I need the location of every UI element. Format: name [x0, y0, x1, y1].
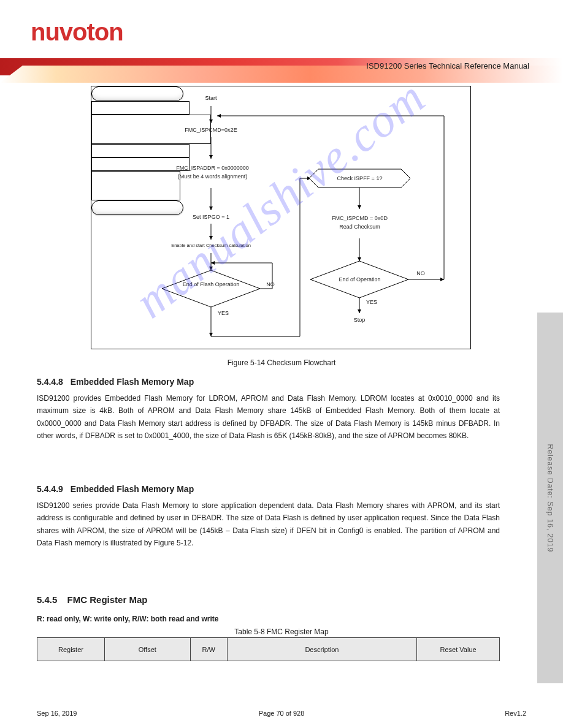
flow-d1-label: End of Flash Operation [171, 281, 251, 287]
section-5-4-4-9-heading: 5.4.4.9 Embedded Flash Memory Map [37, 484, 194, 494]
d1-no: NO [261, 281, 280, 287]
side-tab: Release Date: Sep 16, 2019 [537, 313, 563, 683]
d1-yes: YES [214, 310, 232, 316]
s1-num: 5.4.4.8 [37, 377, 63, 387]
d2-yes: YES [362, 299, 381, 305]
table-caption: Table 5-8 FMC Register Map [0, 628, 563, 636]
fmc-register-table: Register Offset R/W Description Reset Va… [37, 637, 500, 661]
th-rw: R/W [190, 638, 227, 661]
footer-revision: Rev1.2 [505, 710, 526, 717]
section-5-4-5-lead: R: read only, W: write only, R/W: both r… [37, 613, 500, 625]
footer-page-number: Page 70 of 928 [259, 710, 305, 717]
d2-no: NO [412, 270, 430, 276]
section-5-4-5-heading: 5.4.5 FMC Register Map [37, 594, 147, 605]
flow-b2-l1: FMC_ISPCMD = 0x0D [315, 215, 404, 221]
s1-title: Embedded Flash Memory Map [71, 377, 194, 387]
flow-b1-label: Check ISPFF = 1? [312, 175, 407, 181]
flow-d2-label: End of Operation [324, 276, 395, 282]
doc-reference: ISD91200 Series Technical Reference Manu… [366, 61, 529, 70]
flow-connectors [91, 86, 472, 350]
logo-text: nuvoTon [31, 18, 123, 45]
s2-num: 5.4.4.9 [37, 484, 63, 494]
flow-end-label: Stop [313, 317, 405, 323]
figure-caption: Figure 5-14 Checksum Flowchart [0, 358, 563, 367]
side-tab-label: Release Date: Sep 16, 2019 [546, 444, 554, 552]
th-register: Register [37, 638, 105, 661]
th-description: Description [227, 638, 417, 661]
table-header-row: Register Offset R/W Description Reset Va… [37, 638, 500, 661]
flow-b2-l2: Read Checksum [315, 224, 404, 230]
section-5-4-4-8-heading: 5.4.4.8 Embedded Flash Memory Map [37, 377, 194, 387]
header-band: ISD91200 Series Technical Reference Manu… [0, 58, 563, 83]
flowchart-frame: Start FMC_ISPCMD=0x2E FMC_ISPADDR = 0x00… [91, 86, 471, 349]
brand-logo: nuvoTon [31, 18, 123, 46]
th-offset: Offset [104, 638, 190, 661]
s3-title: FMC Register Map [67, 594, 148, 605]
section-5-4-4-9-body: ISD91200 series provide Data Flash Memor… [37, 499, 500, 550]
s3-num: 5.4.5 [37, 594, 57, 605]
th-reset: Reset Value [417, 638, 500, 661]
svg-marker-5 [162, 270, 260, 307]
section-5-4-4-8-body: ISD91200 provides Embedded Flash Memory … [37, 392, 500, 442]
s2-title: Embedded Flash Memory Map [71, 484, 194, 494]
footer-date: Sep 16, 2019 [37, 710, 77, 717]
